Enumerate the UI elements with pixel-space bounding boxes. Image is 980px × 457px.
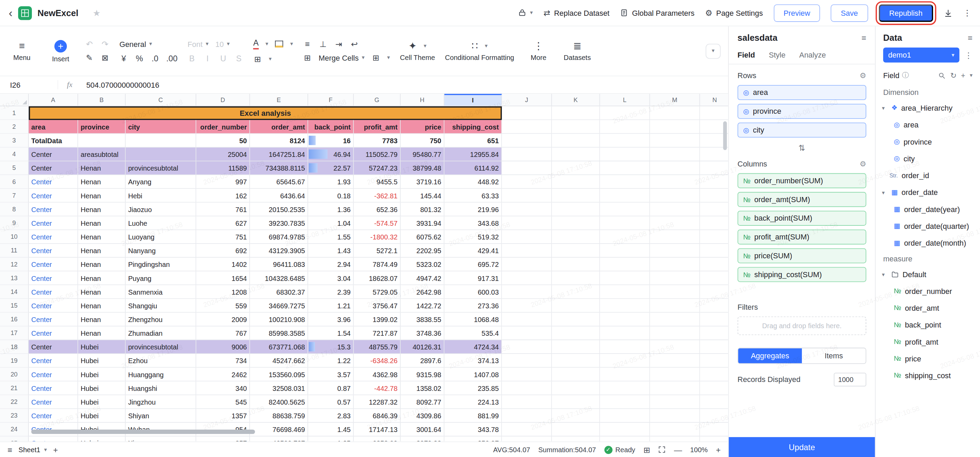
cell-shipping_cost[interactable]: 12955.84 — [444, 148, 502, 161]
column-header-A[interactable]: A — [29, 94, 78, 106]
cell-price[interactable]: 4309.86 — [401, 409, 444, 423]
cell-order_number[interactable]: 1208 — [196, 285, 250, 299]
cell-empty[interactable] — [650, 354, 700, 368]
row-header-4[interactable]: 4 — [0, 148, 29, 161]
cell-profit_amt[interactable]: 9455.5 — [354, 175, 401, 189]
cell-empty[interactable] — [600, 285, 650, 299]
undo-icon[interactable]: ↶ — [85, 40, 94, 48]
cell-city[interactable]: Nanyang — [126, 244, 196, 258]
cell-shipping_cost[interactable]: 519.32 — [444, 230, 502, 244]
column-header-F[interactable]: F — [308, 94, 354, 106]
cell-area[interactable]: Center — [29, 230, 78, 244]
column-header-E[interactable]: E — [250, 94, 308, 106]
cell-area[interactable]: Center — [29, 285, 78, 299]
cell-profit_amt[interactable]: 1399.02 — [354, 313, 401, 326]
cell-empty[interactable] — [552, 368, 600, 381]
cell-empty[interactable] — [650, 340, 700, 354]
cell-empty[interactable] — [700, 409, 728, 423]
cell-empty[interactable] — [700, 368, 728, 381]
clear-format-icon[interactable]: ⊠ — [101, 54, 110, 62]
font-size-dropdown[interactable]: 10 ▾ — [215, 40, 230, 49]
cell-empty[interactable] — [502, 381, 552, 395]
cell-order_amt[interactable]: 100210.908 — [250, 313, 308, 326]
cell-province[interactable]: Hubei — [78, 381, 126, 395]
formula-input[interactable]: 504.07000000000016 — [81, 81, 159, 89]
chevron-down-icon[interactable]: ▾ — [970, 73, 972, 78]
cell-province[interactable] — [78, 134, 126, 148]
cell-city[interactable]: Xiangyang — [126, 436, 196, 441]
cell-shipping_cost[interactable]: 273.36 — [444, 299, 502, 312]
cell-province[interactable]: Henan — [78, 202, 126, 216]
cell-area[interactable]: Center — [29, 381, 78, 395]
cell-back_point[interactable]: 0.18 — [308, 189, 354, 202]
cell-order_number[interactable]: 340 — [196, 381, 250, 395]
cell-empty[interactable] — [650, 106, 700, 120]
cell-empty[interactable] — [552, 299, 600, 312]
tree-caret-icon[interactable]: ▾ — [882, 271, 887, 277]
measure-item-shipping_cost[interactable]: №shipping_cost — [875, 367, 980, 384]
cell-empty[interactable] — [552, 395, 600, 409]
cell-empty[interactable] — [552, 230, 600, 244]
grid-view-icon[interactable]: ⊞ — [643, 446, 650, 454]
row-header-11[interactable]: 11 — [0, 244, 29, 258]
cell-empty[interactable] — [600, 299, 650, 312]
cell-province[interactable]: Hubei — [78, 354, 126, 368]
cell-profit_amt[interactable]: 17147.13 — [354, 423, 401, 436]
bold-icon[interactable]: B — [188, 54, 197, 62]
row-header-5[interactable]: 5 — [0, 161, 29, 175]
cell-order_amt[interactable]: 88638.759 — [250, 409, 308, 423]
cell-price[interactable]: 95480.77 — [401, 148, 444, 161]
tree-item-area[interactable]: ◎area — [875, 116, 980, 133]
borders-icon[interactable]: ⊞ — [253, 55, 262, 63]
cell-empty[interactable] — [600, 271, 650, 285]
cell-price[interactable]: 4947.42 — [401, 271, 444, 285]
cell-back_point[interactable]: 1.43 — [308, 244, 354, 258]
cell-empty[interactable] — [650, 423, 700, 436]
column-header-D[interactable]: D — [196, 94, 250, 106]
download-button[interactable] — [944, 9, 953, 18]
datasets-button[interactable]: ≣ Datasets — [563, 41, 592, 61]
cell-empty[interactable] — [552, 423, 600, 436]
cell-empty[interactable] — [700, 395, 728, 409]
cell-area[interactable]: Center — [29, 354, 78, 368]
cell-empty[interactable] — [502, 120, 552, 134]
cell-city[interactable]: Luohe — [126, 217, 196, 230]
cell-profit_amt[interactable]: 7874.49 — [354, 258, 401, 271]
column-header-C[interactable]: C — [126, 94, 196, 106]
cell-empty[interactable] — [650, 230, 700, 244]
cell-empty[interactable] — [700, 244, 728, 258]
cell-area[interactable]: Center — [29, 368, 78, 381]
vertical-scrollbar[interactable] — [723, 121, 727, 150]
cell-shipping_cost[interactable]: 695.72 — [444, 258, 502, 271]
cell-back_point[interactable]: 1.04 — [308, 217, 354, 230]
fullscreen-icon[interactable] — [659, 446, 666, 453]
cell-shipping_cost[interactable]: 600.03 — [444, 285, 502, 299]
column-header-H[interactable]: H — [401, 94, 444, 106]
cell-price[interactable]: 40126.31 — [401, 340, 444, 354]
vertical-align-icon[interactable]: ⊥ — [319, 40, 328, 48]
cell-back_point[interactable]: 46.94 — [308, 148, 354, 161]
cell-profit_amt[interactable]: 652.36 — [354, 202, 401, 216]
cell-profit_amt[interactable]: -362.81 — [354, 189, 401, 202]
panel-collapse-icon[interactable]: ≡ — [862, 33, 866, 42]
column-field-shipping_cost(SUM)[interactable]: №shipping_cost(SUM) — [738, 267, 866, 282]
more-menu-icon[interactable]: ⋮ — [963, 9, 971, 17]
cell-price[interactable]: 3838.55 — [401, 313, 444, 326]
cell-province[interactable]: Henan — [78, 175, 126, 189]
cell-order_amt[interactable]: 76698.469 — [250, 423, 308, 436]
cell-profit_amt[interactable]: 115052.79 — [354, 148, 401, 161]
cell-back_point[interactable]: 1.55 — [308, 230, 354, 244]
cell-order_number[interactable]: 997 — [196, 175, 250, 189]
measure-item-order_number[interactable]: №order_number — [875, 283, 980, 299]
cell-empty[interactable] — [552, 313, 600, 326]
cell-empty[interactable] — [502, 299, 552, 312]
cell-empty[interactable] — [650, 313, 700, 326]
republish-button[interactable]: Republish — [879, 4, 933, 22]
cell-province[interactable]: Hubei — [78, 368, 126, 381]
row-header-15[interactable]: 15 — [0, 299, 29, 312]
row-header-8[interactable]: 8 — [0, 202, 29, 216]
search-icon[interactable] — [938, 72, 946, 79]
measure-item-profit_amt[interactable]: №profit_amt — [875, 333, 980, 350]
cell-profit_amt[interactable]: 18628.07 — [354, 271, 401, 285]
cell-back_point[interactable]: 22.57 — [308, 161, 354, 175]
